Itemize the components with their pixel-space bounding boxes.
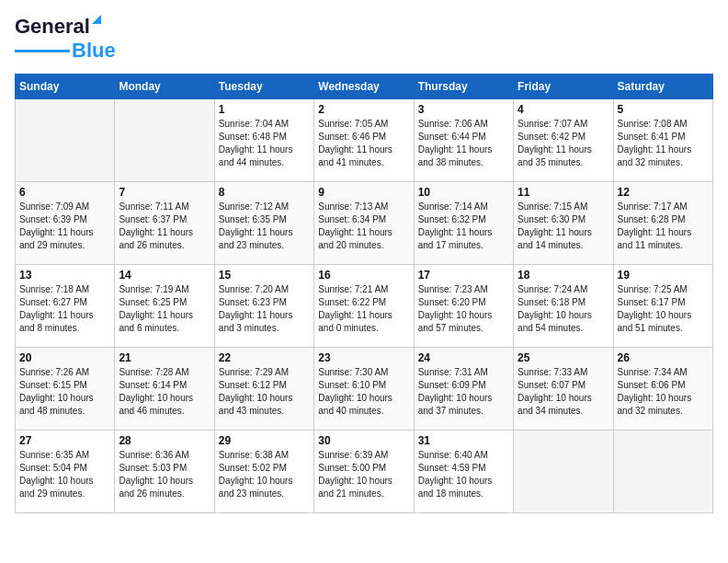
calendar-cell: 8Sunrise: 7:12 AMSunset: 6:35 PMDaylight… (214, 182, 313, 265)
calendar-cell: 11Sunrise: 7:15 AMSunset: 6:30 PMDayligh… (514, 182, 613, 265)
calendar-week-row: 20Sunrise: 7:26 AMSunset: 6:15 PMDayligh… (16, 348, 713, 431)
day-number: 13 (19, 269, 110, 282)
calendar-cell: 6Sunrise: 7:09 AMSunset: 6:39 PMDaylight… (16, 182, 115, 265)
day-info: Sunrise: 7:13 AMSunset: 6:34 PMDaylight:… (318, 201, 409, 252)
day-number: 18 (518, 269, 609, 282)
day-info: Sunrise: 7:20 AMSunset: 6:23 PMDaylight:… (219, 283, 310, 335)
day-number: 29 (219, 434, 310, 447)
day-info: Sunrise: 6:40 AMSunset: 4:59 PMDaylight:… (418, 449, 509, 500)
day-number: 30 (318, 434, 409, 447)
day-number: 1 (219, 103, 310, 116)
weekday-header: Thursday (414, 75, 513, 99)
logo-general: General (15, 15, 90, 38)
day-number: 25 (518, 351, 609, 364)
calendar-cell (16, 99, 115, 182)
day-info: Sunrise: 7:19 AMSunset: 6:25 PMDaylight:… (119, 283, 210, 335)
day-number: 6 (19, 186, 110, 199)
calendar-cell (613, 431, 712, 513)
calendar-cell: 5Sunrise: 7:08 AMSunset: 6:41 PMDaylight… (613, 99, 712, 182)
calendar-cell (115, 99, 214, 182)
day-number: 22 (219, 351, 310, 364)
day-number: 7 (119, 186, 210, 199)
day-number: 9 (318, 186, 409, 199)
day-number: 4 (518, 103, 609, 116)
svg-marker-0 (92, 15, 101, 24)
calendar-cell: 22Sunrise: 7:29 AMSunset: 6:12 PMDayligh… (214, 348, 313, 431)
day-number: 16 (318, 269, 409, 282)
day-number: 10 (418, 186, 509, 199)
day-info: Sunrise: 7:14 AMSunset: 6:32 PMDaylight:… (418, 201, 509, 252)
calendar-cell: 1Sunrise: 7:04 AMSunset: 6:48 PMDaylight… (214, 99, 313, 182)
day-number: 11 (518, 186, 609, 199)
day-info: Sunrise: 7:29 AMSunset: 6:12 PMDaylight:… (219, 366, 310, 418)
day-number: 8 (219, 186, 310, 199)
day-number: 3 (418, 103, 509, 116)
day-info: Sunrise: 7:09 AMSunset: 6:39 PMDaylight:… (19, 201, 110, 252)
day-info: Sunrise: 7:05 AMSunset: 6:46 PMDaylight:… (318, 118, 409, 169)
page-header: General Blue (15, 15, 713, 63)
day-info: Sunrise: 6:39 AMSunset: 5:00 PMDaylight:… (318, 449, 409, 500)
weekday-header: Tuesday (214, 75, 313, 99)
calendar-cell: 25Sunrise: 7:33 AMSunset: 6:07 PMDayligh… (514, 348, 613, 431)
day-number: 14 (119, 269, 210, 282)
day-number: 21 (119, 351, 210, 364)
calendar-header-row: SundayMondayTuesdayWednesdayThursdayFrid… (16, 75, 713, 99)
day-number: 2 (318, 103, 409, 116)
day-info: Sunrise: 7:11 AMSunset: 6:37 PMDaylight:… (119, 201, 210, 252)
day-number: 31 (418, 434, 509, 447)
calendar-cell: 23Sunrise: 7:30 AMSunset: 6:10 PMDayligh… (314, 348, 414, 431)
calendar-cell: 29Sunrise: 6:38 AMSunset: 5:02 PMDayligh… (214, 431, 313, 513)
calendar-cell (514, 431, 613, 513)
day-info: Sunrise: 7:15 AMSunset: 6:30 PMDaylight:… (518, 201, 609, 252)
day-info: Sunrise: 7:06 AMSunset: 6:44 PMDaylight:… (418, 118, 509, 169)
day-number: 28 (119, 434, 210, 447)
logo-blue: Blue (72, 39, 116, 63)
calendar-week-row: 27Sunrise: 6:35 AMSunset: 5:04 PMDayligh… (16, 431, 713, 513)
calendar-cell: 24Sunrise: 7:31 AMSunset: 6:09 PMDayligh… (414, 348, 513, 431)
weekday-header: Sunday (16, 75, 115, 99)
day-number: 27 (19, 434, 110, 447)
day-info: Sunrise: 7:12 AMSunset: 6:35 PMDaylight:… (219, 201, 310, 252)
day-info: Sunrise: 7:18 AMSunset: 6:27 PMDaylight:… (19, 283, 110, 335)
calendar-cell: 12Sunrise: 7:17 AMSunset: 6:28 PMDayligh… (613, 182, 712, 265)
calendar-cell: 27Sunrise: 6:35 AMSunset: 5:04 PMDayligh… (16, 431, 115, 513)
calendar-cell: 2Sunrise: 7:05 AMSunset: 6:46 PMDaylight… (314, 99, 414, 182)
day-info: Sunrise: 7:24 AMSunset: 6:18 PMDaylight:… (518, 283, 609, 335)
calendar-week-row: 1Sunrise: 7:04 AMSunset: 6:48 PMDaylight… (16, 99, 713, 182)
day-info: Sunrise: 7:04 AMSunset: 6:48 PMDaylight:… (219, 118, 310, 169)
calendar-week-row: 13Sunrise: 7:18 AMSunset: 6:27 PMDayligh… (16, 265, 713, 348)
day-info: Sunrise: 7:34 AMSunset: 6:06 PMDaylight:… (618, 366, 709, 418)
day-info: Sunrise: 7:17 AMSunset: 6:28 PMDaylight:… (618, 201, 709, 252)
calendar-cell: 4Sunrise: 7:07 AMSunset: 6:42 PMDaylight… (514, 99, 613, 182)
day-info: Sunrise: 7:33 AMSunset: 6:07 PMDaylight:… (518, 366, 609, 418)
calendar-week-row: 6Sunrise: 7:09 AMSunset: 6:39 PMDaylight… (16, 182, 713, 265)
calendar-cell: 26Sunrise: 7:34 AMSunset: 6:06 PMDayligh… (613, 348, 712, 431)
day-number: 15 (219, 269, 310, 282)
day-info: Sunrise: 7:21 AMSunset: 6:22 PMDaylight:… (318, 283, 409, 335)
weekday-header: Wednesday (314, 75, 414, 99)
calendar-cell: 18Sunrise: 7:24 AMSunset: 6:18 PMDayligh… (514, 265, 613, 348)
calendar-cell: 30Sunrise: 6:39 AMSunset: 5:00 PMDayligh… (314, 431, 414, 513)
day-info: Sunrise: 7:23 AMSunset: 6:20 PMDaylight:… (418, 283, 509, 335)
calendar-cell: 7Sunrise: 7:11 AMSunset: 6:37 PMDaylight… (115, 182, 214, 265)
calendar-cell: 16Sunrise: 7:21 AMSunset: 6:22 PMDayligh… (314, 265, 414, 348)
logo: General Blue (15, 15, 116, 63)
day-number: 24 (418, 351, 509, 364)
day-number: 17 (418, 269, 509, 282)
calendar-cell: 13Sunrise: 7:18 AMSunset: 6:27 PMDayligh… (16, 265, 115, 348)
logo-line (15, 50, 70, 52)
calendar-cell: 14Sunrise: 7:19 AMSunset: 6:25 PMDayligh… (115, 265, 214, 348)
calendar-cell: 17Sunrise: 7:23 AMSunset: 6:20 PMDayligh… (414, 265, 513, 348)
day-number: 12 (618, 186, 709, 199)
calendar-cell: 28Sunrise: 6:36 AMSunset: 5:03 PMDayligh… (115, 431, 214, 513)
logo-arrow-icon (88, 11, 103, 26)
weekday-header: Saturday (613, 75, 712, 99)
day-info: Sunrise: 6:35 AMSunset: 5:04 PMDaylight:… (19, 449, 110, 500)
day-info: Sunrise: 7:28 AMSunset: 6:14 PMDaylight:… (119, 366, 210, 418)
day-info: Sunrise: 7:30 AMSunset: 6:10 PMDaylight:… (318, 366, 409, 418)
weekday-header: Monday (115, 75, 214, 99)
day-info: Sunrise: 7:25 AMSunset: 6:17 PMDaylight:… (618, 283, 709, 335)
day-number: 26 (618, 351, 709, 364)
calendar-cell: 31Sunrise: 6:40 AMSunset: 4:59 PMDayligh… (414, 431, 513, 513)
calendar-cell: 20Sunrise: 7:26 AMSunset: 6:15 PMDayligh… (16, 348, 115, 431)
